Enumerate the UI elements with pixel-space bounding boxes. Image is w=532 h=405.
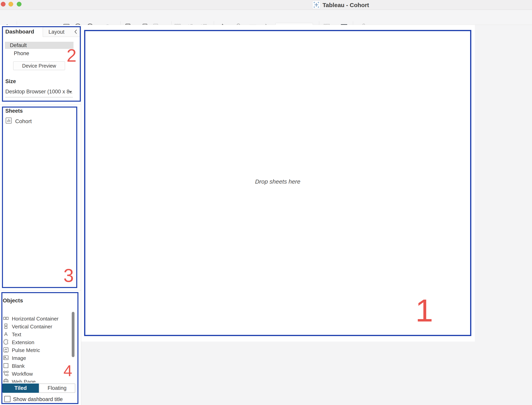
device-item-phone[interactable]: Phone (14, 50, 29, 57)
object-item-workflow[interactable]: Workflow (0, 370, 71, 378)
worksheet-icon (6, 117, 12, 124)
tiled-button[interactable]: Tiled (2, 384, 39, 393)
object-item-horizontal-container[interactable]: Horizontal Container (0, 315, 71, 323)
objects-heading: Objects (3, 297, 23, 304)
sheets-heading: Sheets (5, 108, 23, 114)
show-dashboard-title-checkbox[interactable] (4, 396, 10, 402)
size-select[interactable]: Desktop Browser (1000 x 8... (5, 89, 73, 97)
minimize-window-button[interactable] (8, 2, 13, 7)
objects-list: Horizontal Container Vertical Container … (0, 307, 81, 383)
size-heading: Size (5, 78, 16, 85)
sheet-item-cohort[interactable]: Cohort (0, 117, 80, 126)
object-item-blank[interactable]: Blank (0, 362, 71, 370)
dashboard-pane: Dashboard Layout Default Phone Device Pr… (0, 25, 81, 405)
toolbar: T (0, 10, 532, 25)
tableau-logo-icon (312, 1, 321, 9)
zoom-window-button[interactable] (17, 2, 21, 7)
floating-button[interactable]: Floating (39, 384, 75, 393)
objects-scrollbar[interactable] (72, 312, 75, 357)
size-select-caret-icon[interactable] (69, 91, 72, 93)
object-item-text[interactable]: A Text (0, 331, 71, 338)
object-item-image[interactable]: Image (0, 354, 71, 362)
blank-icon (3, 363, 9, 369)
object-item-extension[interactable]: Extension (0, 338, 71, 346)
object-item-pulse-metric[interactable]: Pulse Metric (0, 346, 71, 354)
extension-icon (3, 339, 9, 345)
text-object-icon: A (3, 331, 9, 337)
tab-dashboard[interactable]: Dashboard (2, 27, 43, 37)
object-item-web-page[interactable]: Web Page (0, 378, 71, 383)
close-window-button[interactable] (1, 2, 6, 7)
device-item-default[interactable]: Default (5, 42, 74, 49)
web-page-icon (3, 378, 9, 383)
horizontal-container-icon (3, 315, 9, 321)
workflow-icon (3, 371, 9, 377)
drop-sheets-placeholder: Drop sheets here (84, 178, 471, 185)
vertical-container-icon (3, 323, 9, 329)
title-bar: Tableau - Cohort (0, 0, 532, 10)
sheet-item-label: Cohort (15, 118, 32, 124)
show-dashboard-title-label: Show dashboard title (13, 396, 63, 402)
svg-text:A: A (4, 331, 8, 337)
device-preview-button[interactable]: Device Preview (13, 61, 65, 70)
object-item-vertical-container[interactable]: Vertical Container (0, 323, 71, 331)
image-icon (3, 355, 9, 361)
window-title: Tableau - Cohort (322, 2, 369, 8)
collapse-pane-icon[interactable] (73, 29, 78, 34)
pulse-metric-icon (3, 347, 9, 353)
tableau-window: Tableau - Cohort (0, 0, 532, 405)
